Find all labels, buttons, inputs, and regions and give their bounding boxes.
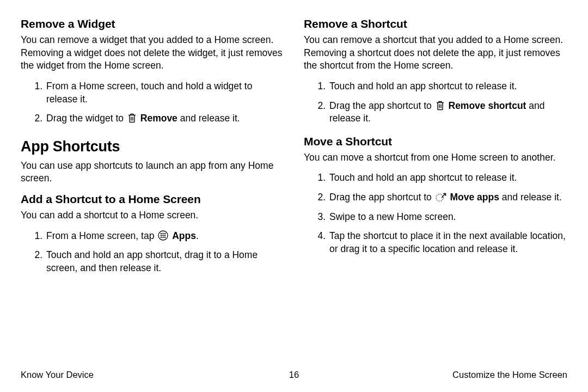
move-shortcut-steps: Touch and hold an app shortcut to releas… (304, 171, 567, 255)
apps-icon (158, 230, 168, 241)
move-apps-icon (436, 192, 446, 202)
list-item: Drag the app shortcut to Remove shortcut… (328, 100, 567, 125)
left-column: Remove a Widget You can remove a widget … (21, 16, 284, 365)
trash-icon (436, 100, 445, 111)
bold-label: Move apps (450, 192, 499, 203)
step-text: and release it. (177, 113, 240, 124)
list-item: Drag the widget to Remove and release it… (45, 112, 284, 125)
remove-widget-heading: Remove a Widget (21, 17, 284, 30)
app-shortcuts-heading: App Shortcuts (21, 138, 284, 155)
bold-label: Remove (140, 113, 177, 124)
step-text: Drag the widget to (46, 113, 126, 124)
svg-point-7 (161, 236, 162, 237)
remove-widget-steps: From a Home screen, touch and hold a wid… (21, 80, 284, 125)
svg-point-1 (161, 232, 162, 234)
page-number: 16 (289, 370, 299, 380)
step-text: . (196, 230, 199, 241)
step-text: Drag the app shortcut to (329, 192, 434, 203)
list-item: Drag the app shortcut to Move apps and r… (328, 191, 567, 204)
move-shortcut-intro: You can move a shortcut from one Home sc… (304, 151, 567, 164)
move-shortcut-heading: Move a Shortcut (304, 135, 567, 148)
list-item: Swipe to a new Home screen. (328, 211, 567, 224)
remove-shortcut-intro: You can remove a shortcut that you added… (304, 34, 567, 72)
svg-point-2 (163, 232, 164, 234)
svg-point-6 (164, 235, 166, 236)
list-item: From a Home screen, tap Apps. (45, 230, 284, 243)
svg-point-8 (163, 236, 164, 237)
list-item: Touch and hold an app shortcut to releas… (328, 171, 567, 185)
step-text: Drag the app shortcut to (329, 100, 434, 111)
svg-point-9 (164, 236, 166, 237)
app-shortcuts-intro: You can use app shortcuts to launch an a… (21, 160, 284, 185)
remove-shortcut-steps: Touch and hold an app shortcut to releas… (304, 80, 567, 125)
list-item: Touch and hold an app shortcut, drag it … (45, 249, 284, 274)
svg-point-3 (164, 232, 166, 234)
footer-left: Know Your Device (21, 370, 94, 380)
remove-widget-intro: You can remove a widget that you added t… (21, 34, 284, 72)
step-text: From a Home screen, tap (46, 230, 157, 241)
bold-label: Apps (172, 230, 196, 241)
add-shortcut-steps: From a Home screen, tap Apps. Touch and … (21, 230, 284, 275)
list-item: Touch and hold an app shortcut to releas… (328, 80, 567, 93)
step-text: and release it. (499, 192, 562, 203)
list-item: Tap the shortcut to place it in the next… (328, 230, 567, 255)
footer-right: Customize the Home Screen (452, 370, 567, 380)
remove-shortcut-heading: Remove a Shortcut (304, 17, 567, 30)
add-shortcut-intro: You can add a shortcut to a Home screen. (21, 209, 284, 222)
add-shortcut-heading: Add a Shortcut to a Home Screen (21, 193, 284, 206)
svg-point-4 (161, 235, 162, 236)
page-footer: Know Your Device 16 Customize the Home S… (21, 370, 567, 380)
list-item: From a Home screen, touch and hold a wid… (45, 80, 284, 106)
svg-point-5 (163, 235, 164, 236)
right-column: Remove a Shortcut You can remove a short… (304, 16, 567, 365)
bold-label: Remove shortcut (449, 100, 526, 111)
trash-icon (127, 113, 137, 123)
